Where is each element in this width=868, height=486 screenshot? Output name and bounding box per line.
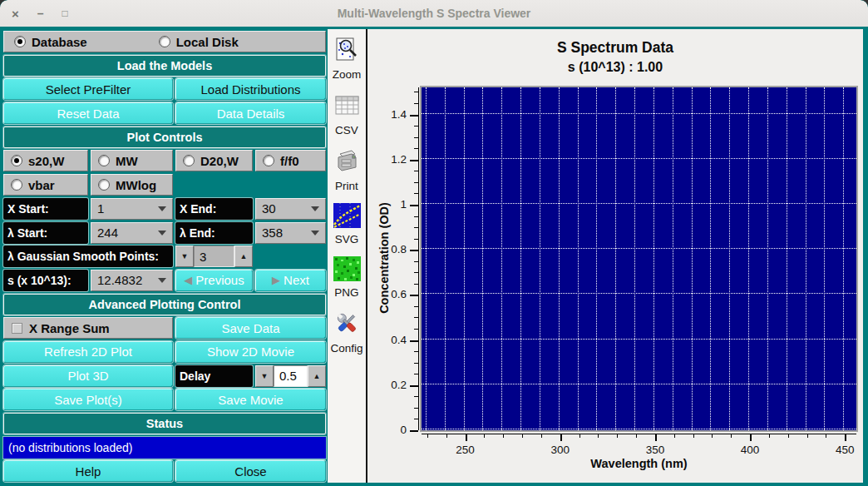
radio-ff0[interactable]: f/f0 (263, 154, 299, 168)
y-tick (414, 182, 418, 183)
window-title: Multi-Wavelength S Spectra Viewer (0, 0, 868, 27)
y-tick (414, 329, 418, 330)
x-tick (712, 434, 713, 438)
y-tick (410, 295, 418, 296)
radio-database-label: Database (32, 35, 87, 49)
y-tick (414, 171, 418, 171)
radio-selected-icon (14, 36, 26, 47)
y-tick (410, 430, 418, 432)
next-button[interactable]: ▶Next (255, 270, 326, 291)
x-gridline (540, 87, 540, 430)
x-tick (788, 434, 789, 438)
lambda-end-value: 358 (262, 226, 311, 240)
radio-mw[interactable]: MW (98, 154, 138, 168)
x-tick (446, 434, 447, 438)
y-tick-label: 0 (367, 424, 407, 436)
radio-selected-icon (11, 155, 22, 166)
smooth-increment-button[interactable]: ▲ (234, 245, 253, 267)
reset-data-button[interactable]: Reset Data (3, 102, 173, 124)
radio-vbar[interactable]: vbar (11, 178, 55, 192)
x-tick (826, 434, 826, 438)
save-data-button[interactable]: Save Data (175, 317, 326, 339)
radio-mwlog[interactable]: MWlog (98, 178, 156, 192)
smooth-points-value[interactable]: 3 (194, 245, 234, 267)
delay-increment-button[interactable]: ▲ (308, 365, 326, 387)
radio-s20w-label: s20,W (28, 154, 64, 168)
x-axis-label: Wavelength (nm) (422, 457, 856, 470)
y-tick (414, 227, 418, 228)
radio-mw-label: MW (116, 154, 138, 168)
y-tick-label: 1.2 (367, 153, 407, 166)
show-2d-movie-button[interactable]: Show 2D Movie (175, 341, 326, 363)
s-value-select[interactable]: 12.4832 (91, 270, 173, 291)
lambda-end-label: λ End: (175, 222, 253, 244)
smooth-decrement-button[interactable]: ▼ (175, 245, 194, 267)
data-details-button[interactable]: Data Details (175, 102, 326, 124)
zoom-icon (333, 36, 360, 67)
zoom-button[interactable]: Zoom (333, 36, 362, 81)
control-panel: Database Local Disk Load the Models Sele… (3, 31, 326, 482)
radio-s20w[interactable]: s20,W (11, 154, 64, 168)
delay-value[interactable]: 0.5 (274, 365, 308, 387)
close-button[interactable]: Close (175, 460, 326, 482)
x-gridline (482, 87, 483, 430)
y-tick (414, 103, 418, 104)
x-tick-label: 350 (634, 444, 676, 456)
x-tick (503, 434, 504, 438)
x-end-select[interactable]: 30 (255, 198, 326, 220)
x-gridline (748, 87, 749, 430)
x-gridline (710, 87, 711, 430)
png-button[interactable]: PNG (333, 256, 361, 299)
x-tick (845, 434, 846, 441)
save-movie-button[interactable]: Save Movie (175, 389, 326, 410)
select-prefilter-button[interactable]: Select PreFilter (3, 78, 173, 100)
lambda-end-select[interactable]: 358 (255, 222, 326, 244)
x-tick (427, 434, 428, 438)
help-button[interactable]: Help (3, 460, 173, 482)
x-gridline (596, 87, 597, 430)
load-distributions-button[interactable]: Load Distributions (175, 78, 326, 100)
chevron-down-icon (311, 206, 319, 211)
lambda-start-select[interactable]: 244 (91, 222, 173, 244)
print-button[interactable]: Print (333, 147, 361, 192)
radio-ff0-label: f/f0 (280, 154, 299, 168)
y-tick-label: 0.4 (367, 334, 407, 346)
zoom-button-label: Zoom (333, 68, 362, 81)
y-tick-label: 0.8 (367, 243, 407, 255)
x-tick (674, 434, 675, 438)
delay-decrement-button[interactable]: ▼ (255, 365, 274, 387)
x-tick (655, 434, 657, 441)
save-plots-button[interactable]: Save Plot(s) (3, 389, 173, 410)
y-tick (414, 239, 418, 240)
y-tick (414, 306, 418, 307)
titlebar[interactable]: × – □ Multi-Wavelength S Spectra Viewer (0, 0, 868, 27)
refresh-2d-plot-button[interactable]: Refresh 2D Plot (3, 341, 173, 363)
x-tick (522, 434, 523, 438)
radio-local-disk[interactable]: Local Disk (159, 35, 239, 49)
plot-3d-button[interactable]: Plot 3D (3, 365, 173, 387)
csv-button[interactable]: CSV (333, 92, 361, 136)
radio-database[interactable]: Database (14, 35, 87, 49)
y-tick (410, 250, 418, 251)
x-start-select[interactable]: 1 (91, 198, 173, 220)
x-start-value: 1 (97, 201, 158, 216)
config-button[interactable]: Config (330, 310, 362, 355)
x-tick (617, 434, 618, 438)
plot-canvas[interactable] (420, 86, 858, 432)
radio-d20w[interactable]: D20,W (183, 154, 239, 168)
previous-arrow-icon: ◀ (184, 275, 192, 285)
svg-button[interactable]: SVG (333, 203, 361, 245)
x-range-sum-checkbox[interactable] (12, 323, 22, 334)
previous-button[interactable]: ◀Previous (175, 270, 253, 291)
y-tick (414, 374, 418, 374)
x-tick (731, 434, 732, 438)
x-gridline (634, 87, 635, 430)
y-tick (410, 115, 418, 117)
y-tick (414, 261, 418, 262)
csv-icon (333, 92, 361, 122)
x-tick (579, 434, 580, 438)
radio-unselected-icon (183, 155, 195, 166)
y-tick (414, 396, 418, 397)
x-gridline (615, 87, 616, 430)
y-gridline (422, 293, 856, 294)
